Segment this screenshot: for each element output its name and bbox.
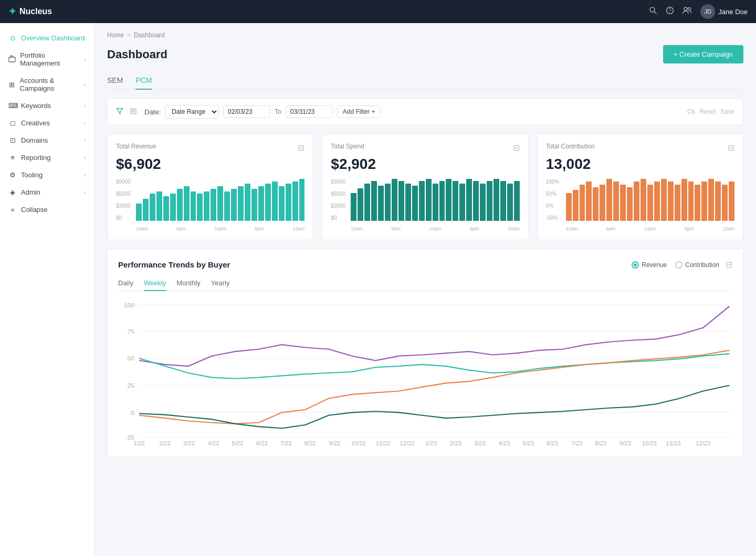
trends-menu[interactable]: ⊟ xyxy=(726,260,732,270)
sidebar-item-domains[interactable]: ⊡ Domains › xyxy=(0,132,94,149)
tab-sem[interactable]: SEM xyxy=(107,72,123,90)
sidebar-label-tooling: Tooling xyxy=(21,171,43,179)
sidebar-item-tooling[interactable]: ⚙ Tooling › xyxy=(0,166,94,184)
filter-to-label: To xyxy=(275,108,281,115)
svg-text:10/22: 10/22 xyxy=(351,440,366,446)
bar xyxy=(385,184,391,221)
sidebar-item-portfolio[interactable]: Portfolio Management › xyxy=(0,47,94,72)
filter-reset-button[interactable]: Reset xyxy=(699,108,716,115)
trends-tab-monthly[interactable]: Monthly xyxy=(176,276,201,291)
bar xyxy=(170,194,176,221)
bar xyxy=(600,185,605,221)
breadcrumb-separator: > xyxy=(127,31,131,39)
svg-text:10/23: 10/23 xyxy=(642,440,657,446)
revenue-card-menu[interactable]: ⊟ xyxy=(298,143,304,153)
breadcrumb-home[interactable]: Home xyxy=(107,31,124,39)
create-campaign-button[interactable]: + Create Campaign xyxy=(663,45,743,63)
bar xyxy=(371,181,377,221)
chevron-icon-keywords: › xyxy=(84,103,86,109)
sidebar-item-keywords[interactable]: ⌨ Keywords › xyxy=(0,97,94,114)
sidebar-item-creatives[interactable]: ◻ Creatives › xyxy=(0,114,94,132)
svg-text:100: 100 xyxy=(124,302,135,309)
line-chart-svg: 100 75 50 25 0 -25 xyxy=(118,300,732,446)
legend-revenue[interactable]: Revenue xyxy=(632,261,667,269)
svg-line-1 xyxy=(655,12,657,14)
chevron-icon: › xyxy=(84,57,86,62)
bar xyxy=(439,181,445,221)
logo: ✦ Nucleus xyxy=(8,6,52,17)
legend-contribution[interactable]: Contribution xyxy=(675,261,719,269)
svg-text:50: 50 xyxy=(128,355,135,362)
filter-add-button[interactable]: Add Filter + xyxy=(337,105,381,118)
bar xyxy=(136,204,142,221)
bar xyxy=(143,199,149,221)
bar xyxy=(378,186,384,221)
line-chart: 100 75 50 25 0 -25 xyxy=(118,300,732,446)
legend-radio-contribution xyxy=(675,261,682,269)
svg-text:3/23: 3/23 xyxy=(474,440,486,446)
bar xyxy=(480,184,486,221)
bar xyxy=(156,191,162,221)
revenue-bars xyxy=(136,179,304,221)
spend-card-header: Total Spend ⊟ xyxy=(331,143,519,153)
svg-point-4 xyxy=(684,7,687,10)
svg-text:4/23: 4/23 xyxy=(499,440,510,446)
svg-text:6/23: 6/23 xyxy=(547,440,558,446)
filter-ok-button[interactable]: Ok xyxy=(687,108,695,115)
bar xyxy=(586,181,592,221)
spend-card-menu[interactable]: ⊟ xyxy=(513,143,520,153)
search-icon[interactable] xyxy=(649,6,657,17)
sidebar-item-overview[interactable]: ⊙ Overview Dashboard xyxy=(0,29,94,47)
bar xyxy=(197,194,203,221)
sidebar-item-admin[interactable]: ◈ Admin › xyxy=(0,184,94,201)
help-icon[interactable]: ? xyxy=(666,6,674,17)
users-icon[interactable] xyxy=(682,6,692,17)
filter-date-to[interactable] xyxy=(286,105,333,118)
admin-icon: ◈ xyxy=(8,188,17,196)
reporting-icon: ≡ xyxy=(8,154,17,162)
bar xyxy=(708,179,714,221)
bar xyxy=(163,196,169,221)
svg-text:7/22: 7/22 xyxy=(280,440,292,446)
domains-icon: ⊡ xyxy=(8,136,17,144)
trends-tab-daily[interactable]: Daily xyxy=(118,276,133,291)
bar xyxy=(688,181,694,221)
spend-chart: $9000 $6000 $3000 $0 12am 6am 12pm xyxy=(331,179,519,231)
filter-date-from[interactable] xyxy=(223,105,270,118)
bar xyxy=(695,185,700,221)
filter-save-button[interactable]: Save xyxy=(720,108,734,115)
bar xyxy=(292,181,298,221)
top-nav-right: ? JD Jane Doe xyxy=(649,4,748,19)
trends-tab-weekly[interactable]: Weekly xyxy=(144,276,166,291)
sidebar-item-accounts[interactable]: ⊞ Accounts & Campaigns › xyxy=(0,72,94,97)
filter-icon xyxy=(116,108,123,116)
bar xyxy=(419,181,425,221)
spend-x-labels: 12am 6am 12pm 6pm 12am xyxy=(351,226,519,231)
sidebar-item-reporting[interactable]: ≡ Reporting › xyxy=(0,149,94,166)
contribution-card-menu[interactable]: ⊟ xyxy=(728,143,734,153)
trends-tab-yearly[interactable]: Yearly xyxy=(211,276,230,291)
bar xyxy=(473,181,479,221)
svg-text:1/22: 1/22 xyxy=(133,440,145,446)
bar xyxy=(351,193,356,221)
spend-card-value: $2,902 xyxy=(331,156,519,173)
bar xyxy=(681,179,687,221)
filter-date-label: Date: xyxy=(144,108,161,116)
svg-text:9/23: 9/23 xyxy=(620,440,631,446)
bar xyxy=(191,191,196,221)
main-tabs: SEM PCM xyxy=(107,72,743,90)
user-menu[interactable]: JD Jane Doe xyxy=(700,4,748,19)
bar xyxy=(265,184,271,221)
spend-bars xyxy=(351,179,519,221)
bar xyxy=(217,186,223,221)
bar xyxy=(668,181,674,221)
bar xyxy=(661,179,667,221)
bar xyxy=(279,186,285,221)
filter-date-range-select[interactable]: Date Range xyxy=(165,105,219,119)
legend-contribution-label: Contribution xyxy=(685,261,719,269)
svg-text:5/22: 5/22 xyxy=(232,440,243,446)
sidebar-item-collapse[interactable]: « Collapse xyxy=(0,201,94,218)
filter-actions: Ok Reset Save xyxy=(687,108,734,115)
bar xyxy=(224,191,230,221)
tab-pcm[interactable]: PCM xyxy=(135,72,152,90)
